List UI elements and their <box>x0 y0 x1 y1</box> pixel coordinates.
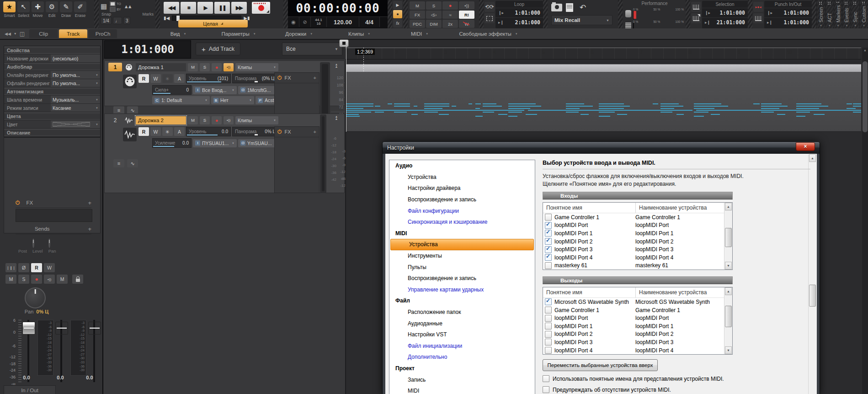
nav-item[interactable]: Аудио <box>389 160 535 172</box>
vertical-scrollbar[interactable]: ▲ <box>862 48 868 394</box>
collapse-chevron-icon[interactable]: ▲▲ <box>332 63 341 68</box>
device-row[interactable]: Microsoft GS Wavetable Synth Microsoft G… <box>543 298 732 306</box>
fx-bin-track2[interactable]: ⏻FX+ <box>274 126 320 193</box>
midi-clip[interactable] <box>346 64 861 132</box>
meter-options-button[interactable]: ❘❙❘ <box>5 263 16 272</box>
inspector-tab[interactable]: Track <box>59 29 87 38</box>
punch-from-selection-icon[interactable] <box>753 13 763 23</box>
dock-icon[interactable]: ◫ <box>20 31 25 37</box>
sample-rate-display[interactable]: 44.116 <box>311 17 327 27</box>
clip-body[interactable] <box>346 72 861 132</box>
collapsed-module-tab[interactable]: Events ▼ <box>842 0 851 28</box>
input-echo-button[interactable]: •)) <box>224 116 234 124</box>
record-state-icon[interactable]: ● <box>393 10 402 18</box>
mix-button[interactable]: PDC <box>410 20 425 28</box>
velocity-slider[interactable]: Сила+0 <box>152 85 192 95</box>
gain-slider[interactable]: Усиление0.0 <box>152 138 192 148</box>
scroll-down-arrow[interactable]: ▼ <box>725 262 732 270</box>
bank-dropdown[interactable]: B Нет▼ <box>211 96 254 104</box>
punch-out-row[interactable]: ▸❙1:01:000 <box>764 18 812 27</box>
freeze-button[interactable]: ✳ <box>162 74 173 83</box>
solo-button[interactable]: S <box>200 116 210 124</box>
add-track-button[interactable]: +Add Track <box>196 43 240 55</box>
menu-item[interactable]: Клипы▼ <box>330 29 389 39</box>
device-checkbox[interactable] <box>545 262 552 269</box>
tool-button[interactable]: ✚ Move <box>31 1 44 28</box>
pause-button[interactable]: ❚❚ <box>214 2 230 14</box>
automation-write-button[interactable]: W <box>150 74 161 83</box>
bus-mute-button[interactable]: M <box>57 275 68 284</box>
collapsed-module-tab[interactable]: Sync ▼ <box>851 0 859 28</box>
device-row[interactable]: loopMIDI Port 3 loopMIDI Port 3 <box>543 338 732 346</box>
notes-doc-icon[interactable] <box>566 3 573 12</box>
nav-item[interactable]: Проект <box>389 363 535 374</box>
device-row[interactable]: loopMIDI Port 2 loopMIDI Port 2 <box>543 237 732 246</box>
checkbox[interactable] <box>543 386 549 393</box>
now-time-display[interactable]: 1:01:000 <box>104 40 191 59</box>
device-checkbox[interactable] <box>545 246 552 253</box>
property-row[interactable]: Название дорожки (несколько) ▼ <box>4 54 100 63</box>
input-dropdown[interactable]: I Все Вход...▼ <box>193 86 237 94</box>
device-row[interactable]: Game Controller 1 Game Controller 1 <box>543 306 732 314</box>
stop-button[interactable]: ■ <box>181 2 196 14</box>
solo-button[interactable]: S <box>200 63 210 71</box>
mute-button[interactable]: M <box>5 275 16 284</box>
device-checkbox[interactable] <box>545 230 552 237</box>
select-thru-icon[interactable] <box>691 13 701 23</box>
automation-read-button[interactable]: R <box>138 74 149 83</box>
device-checkbox[interactable] <box>545 347 552 354</box>
scroll-up-arrow[interactable]: ▲ <box>862 49 868 52</box>
scrollbar-thumb[interactable] <box>725 228 732 247</box>
timeline-ruler[interactable]: 12345678910 <box>345 48 861 60</box>
loop-start-row[interactable]: ❙▸1:01:000 <box>495 8 543 18</box>
snap-count[interactable]: 3 <box>123 17 131 24</box>
chevron-down-icon[interactable]: ▼ <box>14 32 17 35</box>
scrollbar-thumb[interactable] <box>863 61 868 132</box>
property-row[interactable]: Описание <box>4 129 100 137</box>
time-display[interactable]: 00:00:00:00 <box>288 0 388 16</box>
loop-from-selection-icon[interactable] <box>485 13 495 23</box>
add-send-button[interactable]: + <box>88 226 91 232</box>
power-icon[interactable]: ⏻ <box>277 129 282 135</box>
device-checkbox[interactable] <box>545 254 552 261</box>
mix-button[interactable]: ≈ <box>442 11 458 19</box>
snapshot-camera-icon[interactable] <box>551 4 562 11</box>
tool-button[interactable]: ↖ Select <box>17 1 30 28</box>
device-row[interactable]: loopMIDI Port 1 loopMIDI Port 1 <box>543 229 732 237</box>
color-swatch[interactable] <box>53 122 90 127</box>
send-pan-knob[interactable] <box>48 238 50 248</box>
rewind-button[interactable]: ◀◀ <box>164 2 179 14</box>
nav-item[interactable]: MIDI <box>389 228 535 239</box>
nav-item[interactable]: Пульты <box>389 261 535 273</box>
collapse-icon[interactable]: ◀◀ <box>5 32 11 36</box>
pan-slider[interactable]: Панорама0% Ц <box>232 127 279 136</box>
add-fx-button[interactable]: + <box>314 129 316 135</box>
snap-duration[interactable]: 1/4 <box>101 17 112 24</box>
input-echo-button[interactable]: •)) <box>44 275 55 284</box>
playhead-handle[interactable] <box>339 39 349 47</box>
menu-item[interactable]: MIDI▼ <box>390 29 449 39</box>
mix-button[interactable]: •)) <box>459 1 474 10</box>
tool-button[interactable]: ✎ Draw <box>59 1 73 28</box>
pan-slider[interactable]: Панорама(0% Ц) <box>232 74 279 83</box>
property-row[interactable]: Шкала времени Музыкаль... ▼ <box>4 96 100 104</box>
menu-item[interactable]: Параметры▼ <box>209 29 268 39</box>
tool-button[interactable]: ★ Smart <box>3 1 16 28</box>
track-filter-dropdown[interactable]: Все▼ <box>282 43 342 55</box>
volume-slider[interactable]: Уровень(101) <box>186 74 231 83</box>
edit-filter-dropdown[interactable]: Клипы▼ <box>235 116 278 124</box>
menu-item[interactable]: Свободные эффекты▼ <box>451 29 526 39</box>
master-fader-handle[interactable] <box>88 322 101 335</box>
collapsed-module-tab[interactable]: Screen ▼ <box>816 0 825 28</box>
punch-toggle-icon[interactable]: ▸●◂ <box>753 2 763 12</box>
nav-item[interactable]: Устройства <box>390 239 534 250</box>
arm-button[interactable]: ● <box>212 116 222 124</box>
channel-dropdown[interactable]: C 1: Default▼ <box>152 96 210 104</box>
device-checkbox[interactable] <box>545 238 552 245</box>
mix-button[interactable]: DIM <box>426 20 442 28</box>
device-checkbox[interactable] <box>545 222 552 229</box>
mute-button[interactable]: M <box>188 116 198 124</box>
automation-write-button[interactable]: W <box>44 263 55 272</box>
tempo-display[interactable]: 120.00 <box>327 17 359 27</box>
select-from-icon[interactable] <box>691 2 701 12</box>
